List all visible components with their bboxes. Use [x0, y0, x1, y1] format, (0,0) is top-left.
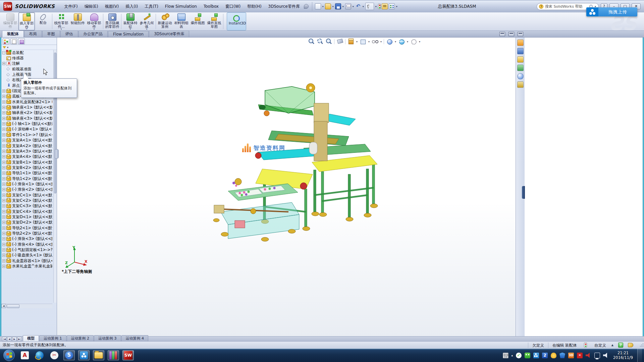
tray-expand-icon[interactable]: ▴	[512, 353, 513, 358]
tree-item[interactable]: + (-) 滑块<2> (默认<<默认	[1, 187, 52, 192]
tray-3d-icon[interactable]: 3D	[568, 353, 574, 358]
zoom-area-icon[interactable]	[317, 38, 323, 45]
expand-toggle-icon[interactable]: +	[2, 117, 5, 120]
tree-item[interactable]: + (-) 气缸固定板<1>->? (默	[1, 247, 52, 252]
menu-item[interactable]: 窗口(W)	[222, 2, 244, 10]
tree-item[interactable]: + 注解	[1, 61, 52, 66]
expand-toggle-icon[interactable]: +	[2, 111, 5, 114]
ribbon-button[interactable]: Instant3D	[227, 12, 246, 31]
tree-item[interactable]: + (-) 轴<1> (默认<<默认>_	[1, 121, 52, 126]
expand-toggle-icon[interactable]: +	[2, 265, 5, 268]
ribbon-button[interactable]: 编辑零部件	[2, 12, 18, 31]
expand-toggle-icon[interactable]: +	[2, 210, 5, 213]
hide-show-caret[interactable]: ▾	[380, 40, 382, 43]
ribbon-button[interactable]: 新建运动算例	[157, 12, 173, 31]
search-input[interactable]: 搜索 SolidWorks 帮助	[545, 4, 588, 9]
command-tab[interactable]: 草图	[42, 31, 60, 37]
custom-properties-icon[interactable]	[517, 81, 524, 88]
expand-toggle-icon[interactable]: +	[2, 204, 5, 207]
ribbon-button[interactable]: 显示隐藏的零部件	[104, 12, 120, 31]
menu-item[interactable]: 插入(I)	[122, 2, 141, 10]
tree-item[interactable]: + 支架A<2> (默认<<默认>_	[1, 143, 52, 148]
file-explorer-icon[interactable]	[517, 56, 524, 63]
tray-mascot-icon[interactable]	[551, 353, 556, 358]
expand-toggle-icon[interactable]: +	[2, 62, 5, 65]
drag-upload-overlay[interactable]: 拖拽上传	[586, 7, 637, 16]
prev-tab-arrow[interactable]: ◀	[7, 337, 12, 341]
tree-item[interactable]: + 水果礼盒装配体2<1> (默	[1, 99, 52, 105]
tray-share-icon[interactable]	[533, 353, 539, 358]
command-tab[interactable]: 评估	[60, 31, 78, 37]
edit-appearance-icon[interactable]	[386, 38, 393, 45]
expand-toggle-icon[interactable]: +	[2, 248, 5, 251]
mdi-restore-icon[interactable]	[508, 32, 514, 36]
open-icon[interactable]	[325, 3, 331, 9]
tray-volume-icon[interactable]	[603, 353, 609, 358]
command-tab[interactable]: 3DSource零件库	[149, 31, 189, 37]
filter-caret[interactable]: ▾	[7, 46, 8, 49]
tree-item[interactable]: + 支架C<4> (默认<<默认>_	[1, 209, 52, 214]
expand-toggle-icon[interactable]: +	[2, 227, 5, 230]
rebuild-traffic-light-icon[interactable]	[378, 4, 381, 9]
mdi-minimize-icon[interactable]	[499, 32, 505, 36]
taskbar-sogou-icon[interactable]: S	[63, 350, 75, 360]
ribbon-button[interactable]: 参考几何体	[139, 12, 155, 31]
panel-splitter-handle[interactable]	[55, 149, 59, 159]
view-orientation-icon[interactable]	[347, 38, 354, 45]
options-caret[interactable]: ▾	[396, 5, 397, 8]
task-pane-pull-tab[interactable]	[522, 186, 525, 199]
print-icon[interactable]	[345, 3, 351, 9]
undo-caret[interactable]: ▾	[363, 5, 364, 8]
expand-toggle-icon[interactable]: +	[2, 177, 5, 180]
expand-toggle-icon[interactable]: +	[2, 161, 5, 164]
first-tab-arrow[interactable]: |◀	[2, 337, 7, 341]
select-cursor-icon[interactable]	[365, 3, 374, 10]
expand-toggle-icon[interactable]: +	[2, 101, 5, 104]
tree-item[interactable]: + (-) 滑块<4> (默认<<默认	[1, 242, 52, 247]
menu-item[interactable]: 编辑(E)	[81, 2, 102, 10]
expand-toggle-icon[interactable]: +	[2, 199, 5, 202]
expand-toggle-icon[interactable]: +	[2, 106, 5, 109]
tree-item[interactable]: + (-) 滑块<1> (默认<<默认	[1, 181, 52, 187]
document-tab[interactable]: 运动算例 2	[67, 335, 94, 341]
tree-item[interactable]: + 支架C<2> (默认<<默认>_	[1, 198, 52, 203]
document-tab[interactable]: 模型	[23, 335, 39, 341]
view-palette-icon[interactable]	[517, 65, 524, 71]
tree-root-item[interactable]: − 总装配	[1, 50, 52, 55]
expand-toggle-icon[interactable]: −	[2, 51, 5, 54]
taskbar-explorer-icon[interactable]	[93, 350, 104, 360]
expand-toggle-icon[interactable]: +	[2, 122, 5, 125]
ribbon-button[interactable]: 材料明细表	[173, 12, 190, 31]
tree-item[interactable]: + 水果礼盒盖^水果礼盒装配	[1, 263, 52, 269]
appearance-caret[interactable]: ▾	[395, 40, 396, 43]
graphics-viewport[interactable]: ▾ ▾ ▾ ▾ ▾ ▾	[57, 38, 516, 336]
expand-toggle-icon[interactable]: +	[2, 243, 5, 246]
design-library-icon[interactable]	[517, 48, 524, 54]
tree-item[interactable]: + (-) 吸盘接头<1> (默认<<	[1, 253, 52, 258]
menu-item[interactable]: 工具(T)	[141, 2, 162, 10]
save-caret[interactable]: ▾	[342, 5, 344, 8]
tray-antivirus-icon[interactable]	[516, 353, 522, 358]
document-tab[interactable]: 运动算例 3	[94, 335, 121, 341]
hscrollbar-thumb[interactable]	[7, 304, 19, 308]
tree-item[interactable]: + 礼盒盖容器<1> (默认<<默	[1, 258, 52, 263]
apply-scene-icon[interactable]	[398, 38, 405, 45]
command-tab[interactable]: 装配体	[2, 31, 24, 37]
appearances-icon[interactable]	[517, 73, 524, 79]
tree-scrollbar-thumb[interactable]	[54, 53, 56, 193]
show-desktop-button[interactable]	[637, 349, 642, 362]
menu-item[interactable]: Toolbox	[200, 2, 222, 10]
expand-toggle-icon[interactable]: +	[2, 232, 5, 235]
taskbar-clock[interactable]: 21:21 2016/11/9	[613, 351, 633, 360]
display-style-caret[interactable]: ▾	[368, 40, 370, 43]
tray-keyboard-icon[interactable]	[503, 353, 508, 358]
expand-toggle-icon[interactable]: +	[2, 89, 5, 93]
filter-funnel-icon[interactable]	[3, 46, 6, 49]
tree-item[interactable]: + 导轨2<1> (默认<<默认>_	[1, 225, 52, 231]
tree-item[interactable]: + 支架B<1> (默认<<默认>_	[1, 160, 52, 165]
tree-item[interactable]: + 支架A<3> (默认<<默认>_	[1, 148, 52, 154]
tree-item[interactable]: + 轴承座<1> (默认<<默认>	[1, 105, 52, 110]
tree-item[interactable]: + 轴承座<3> (默认<<默认>	[1, 116, 52, 121]
document-tab[interactable]: 运动算例 1	[39, 335, 66, 341]
tree-item[interactable]: + (-) 滚动棒<1> (默认<<默	[1, 127, 52, 132]
